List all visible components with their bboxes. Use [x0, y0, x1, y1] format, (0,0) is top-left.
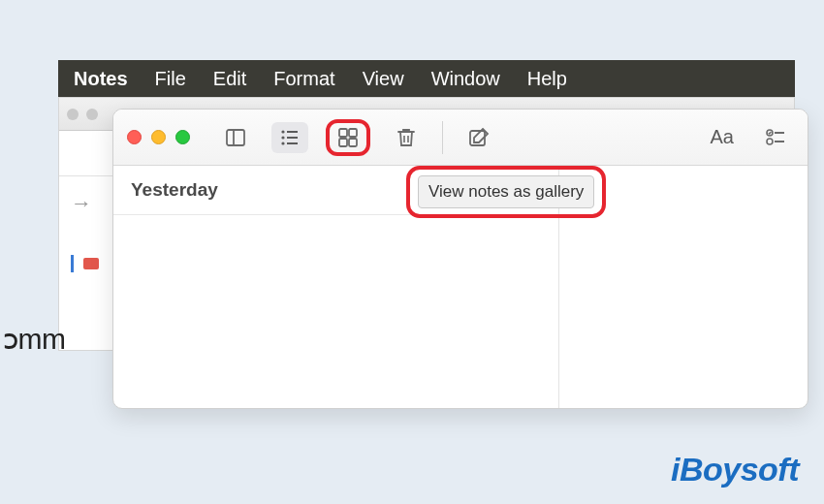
- zoom-button[interactable]: [175, 130, 190, 144]
- format-button[interactable]: Aa: [705, 122, 740, 153]
- grid-icon: [336, 126, 360, 149]
- annotation-highlight-tooltip: View notes as gallery: [406, 166, 606, 218]
- trash-icon: [395, 126, 418, 149]
- menu-view[interactable]: View: [363, 68, 404, 90]
- menubar-app-name[interactable]: Notes: [74, 68, 128, 90]
- background-row-icons: [71, 255, 99, 272]
- notes-toolbar: Aa: [113, 110, 808, 166]
- delete-note-button[interactable]: [388, 122, 425, 153]
- svg-rect-10: [339, 139, 347, 146]
- menu-format[interactable]: Format: [273, 68, 334, 90]
- window-controls: [127, 130, 190, 144]
- svg-point-3: [281, 136, 284, 139]
- svg-point-2: [281, 130, 284, 133]
- forward-arrow-icon[interactable]: →: [71, 191, 92, 216]
- svg-rect-9: [349, 129, 357, 137]
- menu-file[interactable]: File: [155, 68, 186, 90]
- partial-text: ɔmm: [3, 322, 65, 356]
- menu-help[interactable]: Help: [527, 68, 567, 90]
- font-icon: Aa: [711, 126, 734, 148]
- mail-icon: [83, 258, 99, 269]
- background-tab-dot: [86, 109, 98, 120]
- svg-rect-11: [349, 139, 357, 146]
- gallery-view-button[interactable]: [333, 125, 363, 150]
- svg-rect-0: [227, 130, 244, 145]
- notes-window: Aa Yesterday View notes as gallery: [112, 109, 808, 409]
- compose-icon: [467, 126, 491, 149]
- menu-edit[interactable]: Edit: [213, 68, 246, 90]
- minimize-button[interactable]: [151, 130, 166, 144]
- tooltip-gallery-view: View notes as gallery: [418, 175, 594, 208]
- watermark-logo: iBoysoft: [671, 451, 799, 488]
- checklist-button[interactable]: [757, 122, 794, 153]
- list-view-button[interactable]: [271, 122, 308, 153]
- close-button[interactable]: [127, 130, 142, 144]
- menu-window[interactable]: Window: [431, 68, 500, 90]
- annotation-highlight-gallery: [326, 119, 370, 156]
- new-note-button[interactable]: [460, 122, 497, 153]
- svg-point-17: [767, 139, 773, 144]
- toolbar-divider: [442, 121, 443, 154]
- sidebar-icon: [224, 126, 247, 149]
- checklist-icon: [764, 126, 787, 149]
- background-tab-dot: [67, 109, 79, 120]
- menubar: Notes File Edit Format View Window Help: [58, 60, 795, 97]
- svg-rect-8: [339, 129, 347, 137]
- svg-point-4: [281, 142, 284, 144]
- selection-bar-icon: [71, 255, 74, 272]
- list-icon: [278, 126, 301, 149]
- toggle-sidebar-button[interactable]: [217, 122, 254, 153]
